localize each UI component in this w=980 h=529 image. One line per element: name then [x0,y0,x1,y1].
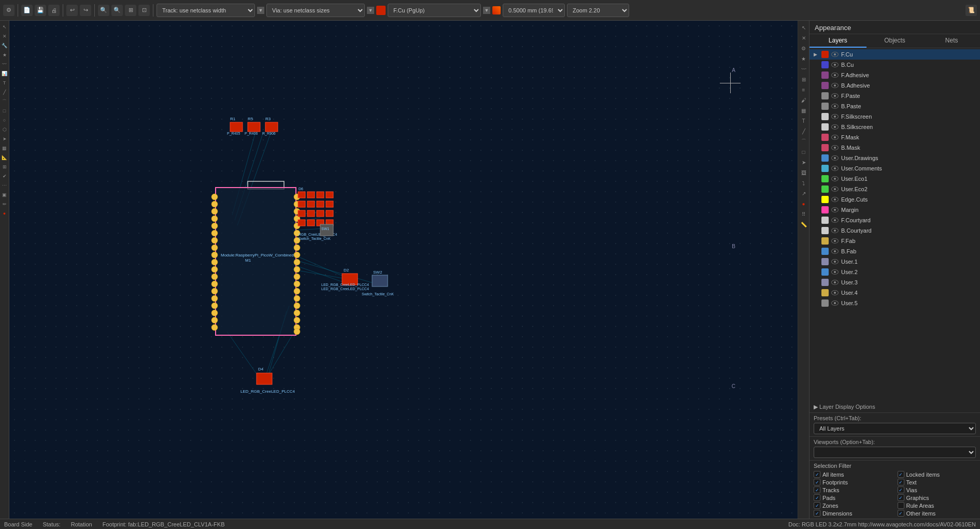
layer-item-user5[interactable]: User.5 [809,298,980,308]
layer-visibility-toggle[interactable] [831,104,839,109]
layer-visibility-toggle[interactable] [831,207,839,212]
chart-btn[interactable]: 📊 [1,69,9,78]
app-icon[interactable]: ⚙ [3,5,15,16]
layer-visibility-toggle[interactable] [831,280,839,285]
layer-item-usercomments[interactable]: User.Comments [809,163,980,174]
rect-btn[interactable]: □ [1,107,9,115]
filter-checkbox[interactable] [814,502,820,509]
layer-visibility-toggle[interactable] [831,238,839,244]
layer-item-usereco1[interactable]: User.Eco1 [809,174,980,184]
layer-item-fsilkscreen[interactable]: F.Silkscreen [809,111,980,122]
filter-checkbox[interactable] [814,494,820,501]
arrow-icon[interactable]: ➤ [799,158,808,167]
star-icon[interactable]: ★ [799,54,808,63]
interactive-btn[interactable]: ✏ [1,200,9,208]
layer-visibility-toggle[interactable] [831,301,839,306]
place-btn[interactable]: ⊞ [1,163,9,171]
filter-item-zones[interactable]: Zones [814,502,892,509]
area-btn[interactable]: ▦ [1,144,9,152]
layer-item-fpaste[interactable]: F.Paste [809,91,980,101]
grid2-icon[interactable]: ⠿ [799,209,808,219]
select-tool-btn[interactable]: ↖ [1,23,9,31]
ruler-icon[interactable]: 📏 [799,220,808,229]
layer-display-options[interactable]: ▶ Layer Display Options [809,402,980,412]
wave-icon[interactable]: 〰 [799,64,808,74]
line-btn[interactable]: ╱ [1,88,9,96]
layer-item-userdrawings[interactable]: User.Drawings [809,153,980,163]
layer-item-user1[interactable]: User.1 [809,256,980,267]
layer-arrow[interactable]: ▼ [483,7,490,14]
route-btn[interactable]: ➤ [1,135,9,143]
red-marker-icon[interactable]: ● [799,199,808,208]
filter-checkbox[interactable] [814,479,820,485]
wave-btn[interactable]: 〰 [1,60,9,68]
filter-item-all-items[interactable]: All items [814,471,892,478]
filter-item-footprints[interactable]: Footprints [814,479,892,485]
layer-visibility-toggle[interactable] [831,166,839,171]
layer-visibility-toggle[interactable] [831,259,839,264]
rect-icon-bar[interactable]: □ [799,147,808,156]
layer-item-bpaste[interactable]: B.Paste [809,101,980,111]
layer-item-fadhesive[interactable]: F.Adhesive [809,70,980,80]
paint-icon[interactable]: 🖌 [799,95,808,105]
layer-visibility-toggle[interactable] [831,145,839,150]
layer-item-badhesive[interactable]: B.Adhesive [809,80,980,91]
net-btn[interactable]: ⋯ [1,181,9,190]
zoom-fit-icon[interactable]: ⊞ [125,5,136,16]
clearance-select[interactable]: 0.5000 mm (19.69 mils) [503,4,565,17]
filter-checkbox[interactable] [814,471,820,478]
close-icon[interactable]: ✕ [799,33,808,42]
undo-icon[interactable]: ↩ [66,5,78,16]
arc-btn[interactable]: ⌒ [1,97,9,106]
measure-btn[interactable]: 📐 [1,153,9,162]
filter-item-pads[interactable]: Pads [814,494,892,501]
layer-item-bcu[interactable]: B.Cu [809,60,980,70]
script-icon[interactable]: 📜 [965,5,977,16]
layer-visibility-toggle[interactable] [831,155,839,161]
grid-icon[interactable]: ⊞ [799,75,808,84]
route-icon[interactable]: ⤵ [799,178,808,188]
layer-visibility-toggle[interactable] [831,83,839,88]
filter-item-text[interactable]: Text [898,479,976,485]
save-icon[interactable]: 💾 [35,5,46,16]
highlight-btn[interactable]: ★ [1,51,9,59]
layer-item-bcourtyard[interactable]: B.Courtyard [809,225,980,236]
layer-item-fcu[interactable]: ▶F.Cu [809,49,980,60]
layer-item-user3[interactable]: User.3 [809,277,980,288]
layer-item-bmask[interactable]: B.Mask [809,142,980,153]
filter-item-tracks[interactable]: Tracks [814,487,892,493]
layer-visibility-toggle[interactable] [831,52,839,57]
filter-checkbox[interactable] [898,502,904,509]
zoom-in-icon[interactable]: 🔍 [98,5,109,16]
text-icon-bar[interactable]: T [799,116,808,125]
layer-visibility-toggle[interactable] [831,228,839,233]
layer-visibility-toggle[interactable] [831,114,839,119]
layer-visibility-toggle[interactable] [831,93,839,98]
3d-btn[interactable]: ▣ [1,191,9,199]
hatch-icon[interactable]: ▦ [799,106,808,115]
arc-icon-bar[interactable]: ⌒ [799,137,808,146]
filter-checkbox[interactable] [898,479,904,485]
layer-item-margin[interactable]: Margin [809,205,980,215]
filter-item-vias[interactable]: Vias [898,487,976,493]
line-icon-bar[interactable]: ╱ [799,126,808,136]
filter-item-dimensions[interactable]: Dimensions [814,510,892,517]
layer-visibility-toggle[interactable] [831,269,839,275]
zoom-area-icon[interactable]: ⊡ [138,5,150,16]
canvas-area[interactable]: A B C [9,21,798,519]
layer-item-fcourtyard[interactable]: F.Courtyard [809,215,980,225]
zoom-select[interactable]: Zoom 2.20 [567,4,629,17]
layer-icon-bar[interactable]: ≡ [799,85,808,94]
track-width-select[interactable]: Track: use netclass width [157,4,255,17]
layer-visibility-toggle[interactable] [831,135,839,140]
print-icon[interactable]: 🖨 [48,5,60,16]
layer-item-bsilkscreen[interactable]: B.Silkscreen [809,122,980,132]
layer-visibility-toggle[interactable] [831,249,839,254]
layer-visibility-toggle[interactable] [831,218,839,223]
filter-item-graphics[interactable]: Graphics [898,494,976,501]
layer-item-bfab[interactable]: B.Fab [809,246,980,256]
new-file-icon[interactable]: 📄 [21,5,33,16]
filter-checkbox[interactable] [814,487,820,493]
active-layer-select[interactable]: F.Cu (PgUp) [388,4,481,17]
polygon-btn[interactable]: ⬡ [1,125,9,134]
